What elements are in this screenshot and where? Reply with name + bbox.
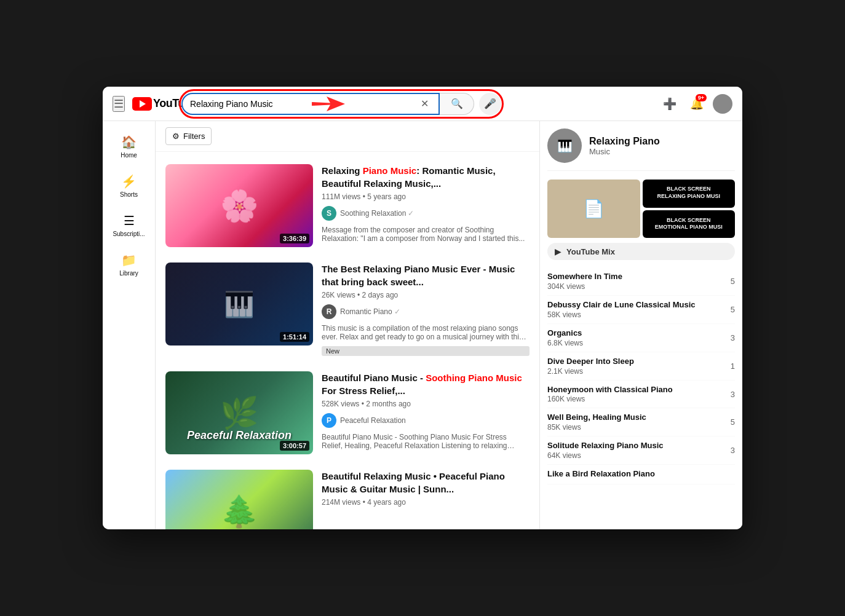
related-info-0: Somewhere In Time 304K views xyxy=(547,272,724,291)
related-info-5: Well Being, Healing Music 85K views xyxy=(547,413,724,432)
related-item-7[interactable]: Like a Bird Relaxation Piano xyxy=(547,465,735,484)
related-info-3: Dive Deeper Into Sleep 2.1K views xyxy=(547,357,724,376)
video-title-2: The Best Relaxing Piano Music Ever - Mus… xyxy=(322,263,530,288)
related-info-1: Debussy Clair de Lune Classical Music 58… xyxy=(547,300,724,319)
play-icon: ▶ xyxy=(555,247,561,256)
video-description-3: Beautiful Piano Music - Soothing Piano M… xyxy=(322,433,530,450)
video-channel-3: P Peaceful Relaxation xyxy=(322,413,530,428)
video-item[interactable]: 3:36:39 Relaxing Piano Music: Romantic M… xyxy=(165,157,530,255)
channel-avatar-2: R xyxy=(322,304,336,319)
shorts-icon: ⚡ xyxy=(121,174,137,189)
youtube-logo-icon xyxy=(132,97,152,111)
related-item-2[interactable]: Organics 6.8K views 3 xyxy=(547,324,735,352)
search-area: ✕ 🔍 🎤 xyxy=(181,93,501,115)
search-icon: 🔍 xyxy=(451,98,463,109)
search-clear-icon[interactable]: ✕ xyxy=(421,98,429,109)
related-item-5[interactable]: Well Being, Healing Music 85K views 5 xyxy=(547,408,735,436)
video-info-1: Relaxing Piano Music: Romantic Music, Be… xyxy=(322,164,530,247)
search-input[interactable] xyxy=(190,99,421,109)
video-item-4[interactable]: Beautiful Relaxing Music • Peaceful Pian… xyxy=(165,462,530,529)
filter-icon: ⚙ xyxy=(172,132,180,141)
sidebar-item-shorts[interactable]: ⚡ Shorts xyxy=(103,165,155,205)
channel-card-name: Relaxing Piano xyxy=(589,136,660,147)
sidebar: 🏠 Home ⚡ Shorts ☰ Subscripti... 📁 Librar… xyxy=(103,121,156,529)
thumbnail-3: Peaceful Relaxation 3:00:57 xyxy=(165,371,313,454)
verified-icon-1: ✓ xyxy=(408,209,414,218)
video-info-2: The Best Relaxing Piano Music Ever - Mus… xyxy=(322,263,530,356)
channel-avatar-icon: 🎹 xyxy=(557,138,573,153)
video-item-3[interactable]: Peaceful Relaxation 3:00:57 Beautiful Pi… xyxy=(165,364,530,462)
mix-thumb-dark-2: BLACK SCREENEMOTIONAL PIANO MUSI xyxy=(643,210,736,239)
verified-icon-2: ✓ xyxy=(394,307,400,316)
related-views-1: 58K views xyxy=(547,310,724,319)
related-item-4[interactable]: Honeymoon with Classical Piano 160K view… xyxy=(547,381,735,409)
create-icon: ➕ xyxy=(663,97,676,111)
thumbnail-1: 3:36:39 xyxy=(165,164,313,247)
related-num-1: 5 xyxy=(731,305,735,314)
account-avatar-button[interactable] xyxy=(713,94,732,114)
sidebar-home-label: Home xyxy=(121,152,137,159)
channel-name-2: Romantic Piano ✓ xyxy=(340,307,400,316)
browser-window: ☰ YouTubeSG ✕ 🔍 🎤 xyxy=(103,87,742,529)
channel-card-type: Music xyxy=(589,147,660,156)
video-meta-2: 26K views • 2 days ago xyxy=(322,291,530,299)
channel-avatar-1: S xyxy=(322,206,336,221)
related-num-3: 1 xyxy=(731,361,735,371)
header-left: ☰ YouTubeSG xyxy=(113,96,174,112)
voice-search-button[interactable]: 🎤 xyxy=(479,93,501,115)
video-description-1: Message from the composer and creator of… xyxy=(322,226,530,243)
new-badge: New xyxy=(322,346,530,356)
related-views-6: 64K views xyxy=(547,451,724,460)
related-views-3: 2.1K views xyxy=(547,367,724,376)
home-icon: 🏠 xyxy=(121,135,137,149)
youtube-header: ☰ YouTubeSG ✕ 🔍 🎤 xyxy=(103,87,742,121)
mix-thumbnails: 📄 BLACK SCREENRELAXING PIANO MUSI BLACK … xyxy=(547,180,735,238)
sidebar-item-home[interactable]: 🏠 Home xyxy=(103,126,155,165)
search-box: ✕ xyxy=(181,93,440,115)
video-duration-3: 3:00:57 xyxy=(280,441,309,451)
related-item-0[interactable]: Somewhere In Time 304K views 5 xyxy=(547,267,735,296)
library-icon: 📁 xyxy=(121,253,137,267)
video-list: 3:36:39 Relaxing Piano Music: Romantic M… xyxy=(156,152,539,529)
related-title-6: Solitude Relaxing Piano Music xyxy=(547,441,724,451)
channel-card[interactable]: 🎹 Relaxing Piano Music xyxy=(547,128,735,171)
related-title-3: Dive Deeper Into Sleep xyxy=(547,357,724,367)
video-title-3: Beautiful Piano Music - Soothing Piano M… xyxy=(322,371,530,397)
related-item-1[interactable]: Debussy Clair de Lune Classical Music 58… xyxy=(547,296,735,324)
right-sidebar: 🎹 Relaxing Piano Music 📄 xyxy=(539,121,742,529)
video-duration-1: 3:36:39 xyxy=(280,234,309,243)
related-item-3[interactable]: Dive Deeper Into Sleep 2.1K views 1 xyxy=(547,352,735,381)
channel-avatar-3: P xyxy=(322,413,336,428)
mix-thumb-piano: 📄 xyxy=(547,180,640,238)
notifications-button[interactable]: 🔔 9+ xyxy=(686,93,708,115)
video-channel-1: S Soothing Relaxation ✓ xyxy=(322,206,530,221)
youtube-mix-section: 📄 BLACK SCREENRELAXING PIANO MUSI BLACK … xyxy=(547,180,735,260)
hamburger-menu-button[interactable]: ☰ xyxy=(113,96,125,112)
related-title-7: Like a Bird Relaxation Piano xyxy=(547,469,735,480)
related-info-2: Organics 6.8K views xyxy=(547,328,724,347)
filters-bar: ⚙ Filters xyxy=(156,121,539,152)
mix-play-bar[interactable]: ▶ YouTube Mix xyxy=(547,243,735,260)
channel-name-3: Peaceful Relaxation xyxy=(340,416,406,425)
related-info-7: Like a Bird Relaxation Piano xyxy=(547,469,735,480)
related-title-0: Somewhere In Time xyxy=(547,272,724,282)
video-duration-2: 1:51:14 xyxy=(280,332,309,342)
create-button[interactable]: ➕ xyxy=(659,93,681,115)
related-item-6[interactable]: Solitude Relaxing Piano Music 64K views … xyxy=(547,436,735,465)
related-views-2: 6.8K views xyxy=(547,339,724,347)
related-num-0: 5 xyxy=(731,277,735,286)
video-channel-2: R Romantic Piano ✓ xyxy=(322,304,530,319)
video-item-2[interactable]: 1:51:14 The Best Relaxing Piano Music Ev… xyxy=(165,255,530,364)
sidebar-library-label: Library xyxy=(119,270,138,277)
search-button[interactable]: 🔍 xyxy=(440,93,474,115)
related-num-2: 3 xyxy=(731,333,735,342)
sidebar-item-subscriptions[interactable]: ☰ Subscripti... xyxy=(103,205,155,244)
sidebar-item-library[interactable]: 📁 Library xyxy=(103,244,155,283)
channel-card-avatar: 🎹 xyxy=(547,128,582,163)
video-meta-4: 214M views • 4 years ago xyxy=(322,498,530,507)
related-views-0: 304K views xyxy=(547,282,724,291)
mix-dark-title-1: BLACK SCREENRELAXING PIANO MUSI xyxy=(657,186,720,200)
related-views-4: 160K views xyxy=(547,395,724,403)
filters-button[interactable]: ⚙ Filters xyxy=(165,127,212,145)
thumbnail-4 xyxy=(165,470,313,529)
